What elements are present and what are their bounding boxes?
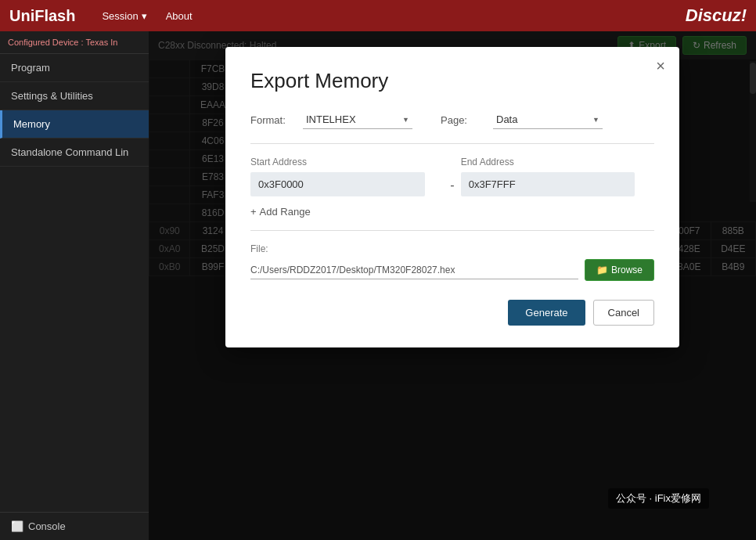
end-address-input[interactable] [461, 172, 635, 196]
address-separator: - [444, 178, 460, 193]
file-path-input[interactable] [250, 261, 578, 279]
terminal-icon: ⬜ [11, 520, 23, 532]
menu-session[interactable]: Session ▾ [94, 7, 154, 25]
page-label: Page: [441, 114, 484, 126]
page-select-wrapper: Data Program Info [493, 110, 603, 129]
cancel-button[interactable]: Cancel [593, 300, 654, 326]
divider [250, 143, 654, 144]
device-label: Configured Device : Texas In [0, 31, 149, 54]
page-select[interactable]: Data Program Info [493, 110, 603, 129]
folder-icon: 📁 [596, 265, 608, 275]
plus-icon: + [250, 206, 257, 218]
main-area: Configured Device : Texas In Program Set… [0, 31, 756, 540]
export-memory-modal: Export Memory × Format: INTELHEX MOTOROL… [225, 47, 679, 347]
menu-about[interactable]: About [158, 7, 200, 25]
divider2 [250, 230, 654, 231]
end-address-col: End Address [461, 157, 654, 196]
address-row: Start Address - End Address [250, 157, 654, 196]
modal-overlay: Export Memory × Format: INTELHEX MOTOROL… [149, 31, 756, 540]
start-address-label: Start Address [250, 157, 444, 167]
sidebar-item-standalone[interactable]: Standalone Command Lin [0, 139, 149, 167]
generate-button[interactable]: Generate [508, 300, 585, 326]
format-page-row: Format: INTELHEX MOTOROLAS BINARY TI-TXT… [250, 110, 654, 129]
app-logo: UniFlash [9, 7, 75, 25]
start-address-input[interactable] [250, 172, 425, 196]
sidebar-item-settings[interactable]: Settings & Utilities [0, 82, 149, 110]
console-item[interactable]: ⬜ Console [0, 512, 149, 540]
discuz-logo: Discuz! [686, 5, 747, 26]
format-select[interactable]: INTELHEX MOTOROLAS BINARY TI-TXT [303, 110, 412, 129]
format-select-wrapper: INTELHEX MOTOROLAS BINARY TI-TXT [303, 110, 412, 129]
content-area: C28xx Disconnected: Halted ⬆ Export ↻ Re… [149, 31, 756, 540]
add-range-button[interactable]: + Add Range [250, 206, 654, 218]
format-label: Format: [250, 114, 293, 126]
start-address-col: Start Address [250, 157, 444, 196]
topbar-menu: Session ▾ About [94, 7, 200, 25]
modal-title: Export Memory [250, 69, 654, 93]
sidebar-item-program[interactable]: Program [0, 54, 149, 82]
chevron-down-icon: ▾ [142, 10, 147, 22]
modal-footer: Generate Cancel [250, 300, 654, 326]
end-address-label: End Address [461, 157, 654, 167]
file-row: 📁 Browse [250, 259, 654, 281]
sidebar-item-memory[interactable]: Memory [0, 110, 149, 139]
topbar: UniFlash Session ▾ About Discuz! [0, 0, 756, 31]
sidebar: Configured Device : Texas In Program Set… [0, 31, 149, 540]
file-label: File: [250, 243, 654, 254]
browse-button[interactable]: 📁 Browse [585, 259, 654, 281]
modal-close-button[interactable]: × [656, 58, 665, 74]
